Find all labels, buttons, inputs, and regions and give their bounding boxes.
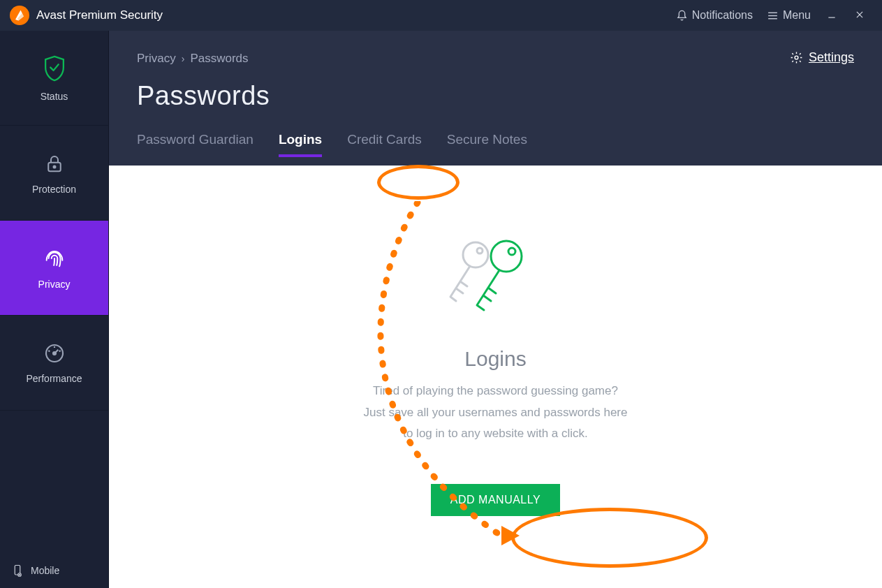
settings-label: Settings: [809, 50, 854, 65]
shield-check-icon: [42, 54, 67, 82]
breadcrumb-current: Passwords: [190, 52, 248, 66]
sidebar-footer-label: Mobile: [31, 565, 59, 576]
notifications-label: Notifications: [692, 9, 753, 22]
minimize-button[interactable]: [818, 8, 846, 23]
sidebar: Status Protection Privacy Performance Mo…: [0, 31, 109, 588]
sidebar-item-label: Status: [41, 91, 68, 102]
empty-description: Tired of playing the password guessing g…: [364, 381, 628, 445]
main-area: Privacy › Passwords Passwords Settings P…: [109, 31, 882, 588]
settings-link[interactable]: Settings: [790, 50, 854, 65]
chevron-right-icon: ›: [182, 53, 185, 64]
empty-title: Logins: [464, 347, 526, 371]
breadcrumb: Privacy › Passwords: [137, 52, 854, 66]
tab-password-guardian[interactable]: Password Guardian: [137, 132, 253, 156]
svg-line-12: [59, 351, 60, 351]
svg-point-22: [508, 248, 515, 255]
sidebar-item-label: Privacy: [38, 279, 71, 290]
tab-label: Credit Cards: [347, 132, 422, 147]
mobile-icon: [11, 564, 24, 577]
tab-label: Logins: [279, 132, 322, 147]
svg-point-19: [463, 242, 488, 267]
add-manually-button[interactable]: ADD MANUALLY: [431, 484, 560, 516]
brand: Avast Premium Security: [10, 6, 163, 25]
gear-icon: [790, 51, 803, 64]
sidebar-item-privacy[interactable]: Privacy: [0, 221, 108, 316]
tab-label: Password Guardian: [137, 132, 253, 147]
sidebar-footer-mobile[interactable]: Mobile: [0, 553, 108, 588]
breadcrumb-root[interactable]: Privacy: [137, 52, 176, 66]
titlebar: Avast Premium Security Notifications Men…: [0, 0, 882, 31]
sidebar-item-protection[interactable]: Protection: [0, 126, 108, 221]
page-title: Passwords: [137, 81, 854, 111]
empty-line: Just save all your usernames and passwor…: [364, 402, 628, 424]
tabs: Password Guardian Logins Credit Cards Se…: [137, 132, 854, 166]
main-header: Privacy › Passwords Passwords Settings P…: [109, 31, 882, 166]
empty-line: to log in to any website with a click.: [364, 423, 628, 445]
tab-label: Secure Notes: [447, 132, 527, 147]
notifications-button[interactable]: Notifications: [669, 6, 760, 24]
fingerprint-icon: [43, 247, 66, 270]
svg-point-20: [477, 248, 483, 253]
keys-icon: [443, 235, 548, 319]
tab-secure-notes[interactable]: Secure Notes: [447, 132, 527, 156]
lock-icon: [44, 152, 65, 175]
svg-line-11: [48, 351, 50, 351]
svg-point-18: [795, 56, 798, 59]
sidebar-item-label: Performance: [26, 373, 82, 384]
bell-icon: [676, 10, 688, 22]
content-area: Logins Tired of playing the password gue…: [109, 166, 882, 588]
app-name: Avast Premium Security: [36, 8, 163, 22]
menu-label: Menu: [783, 9, 811, 22]
sidebar-item-label: Protection: [32, 184, 76, 195]
sidebar-item-status[interactable]: Status: [0, 31, 108, 126]
gauge-icon: [43, 342, 66, 365]
svg-point-21: [491, 241, 522, 272]
tab-credit-cards[interactable]: Credit Cards: [347, 132, 422, 156]
close-button[interactable]: [846, 8, 874, 23]
svg-point-7: [53, 166, 55, 168]
menu-button[interactable]: Menu: [760, 6, 818, 24]
avast-logo-icon: [10, 6, 29, 25]
empty-line: Tired of playing the password guessing g…: [364, 381, 628, 402]
sidebar-item-performance[interactable]: Performance: [0, 316, 108, 411]
hamburger-icon: [767, 10, 779, 22]
tab-logins[interactable]: Logins: [279, 132, 322, 156]
